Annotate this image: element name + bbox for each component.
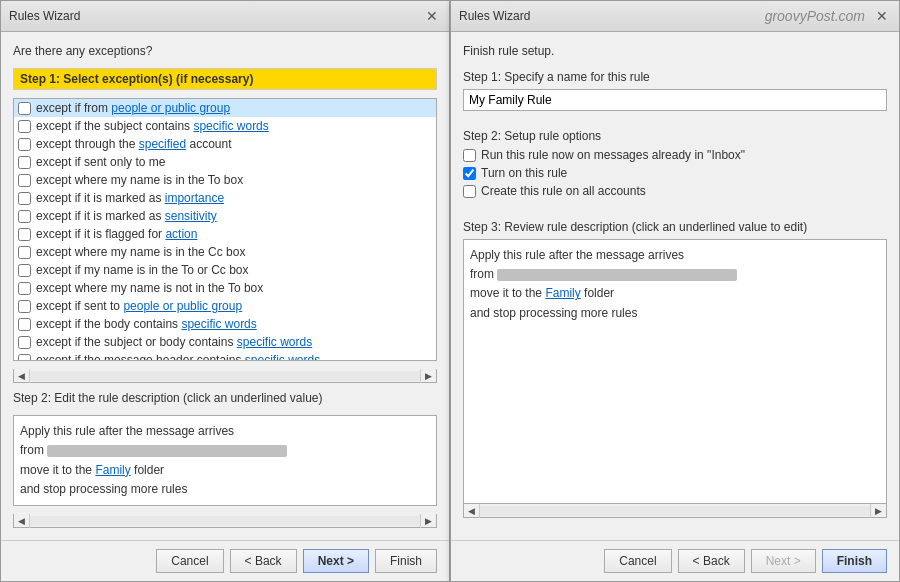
right-step3-label: Step 3: Review rule description (click a… xyxy=(463,220,887,234)
rule-name-input[interactable] xyxy=(463,89,887,111)
exception-list-item[interactable]: except where my name is in the Cc box xyxy=(14,243,436,261)
right-close-button[interactable]: ✕ xyxy=(873,7,891,25)
right-review-scroll-left[interactable]: ◀ xyxy=(464,504,480,518)
right-review-scroll-right[interactable]: ▶ xyxy=(870,504,886,518)
right-dialog-title: Rules Wizard xyxy=(459,9,530,23)
exception-list-item[interactable]: except if my name is in the To or Cc box xyxy=(14,261,436,279)
right-step2-label: Step 2: Setup rule options xyxy=(463,129,887,143)
left-cancel-button[interactable]: Cancel xyxy=(156,549,223,573)
scroll-left-arrow[interactable]: ◀ xyxy=(14,369,30,383)
right-finish-button[interactable]: Finish xyxy=(822,549,887,573)
right-title-bar-right: groovyPost.com ✕ xyxy=(765,7,891,25)
finish-setup-label: Finish rule setup. xyxy=(463,44,887,58)
left-desc-scrollbar[interactable]: ◀ ▶ xyxy=(13,514,437,528)
right-title-bar: Rules Wizard groovyPost.com ✕ xyxy=(451,1,899,32)
left-back-button[interactable]: < Back xyxy=(230,549,297,573)
left-desc-scroll-track xyxy=(30,516,420,526)
right-review-box: Apply this rule after the message arrive… xyxy=(463,239,887,504)
exceptions-scrollbar[interactable]: ◀ ▶ xyxy=(13,369,437,383)
exception-list-item[interactable]: except if from people or public group xyxy=(14,99,436,117)
option3-row: Create this rule on all accounts xyxy=(463,184,887,198)
right-rules-wizard: Rules Wizard groovyPost.com ✕ Finish rul… xyxy=(450,0,900,582)
exception-list-item[interactable]: except if the body contains specific wor… xyxy=(14,315,436,333)
scroll-track xyxy=(30,371,420,381)
left-title-bar: Rules Wizard ✕ xyxy=(1,1,449,32)
right-back-button[interactable]: < Back xyxy=(678,549,745,573)
left-close-button[interactable]: ✕ xyxy=(423,7,441,25)
exception-list-item[interactable]: except if the message header contains sp… xyxy=(14,351,436,361)
right-step1-section: Step 1: Specify a name for this rule xyxy=(463,70,887,111)
exception-list-item[interactable]: except if the subject contains specific … xyxy=(14,117,436,135)
option2-row: Turn on this rule xyxy=(463,166,887,180)
left-step1-header: Step 1: Select exception(s) (if necessar… xyxy=(13,68,437,90)
option3-checkbox[interactable] xyxy=(463,185,476,198)
left-step2-label: Step 2: Edit the rule description (click… xyxy=(13,391,437,405)
exception-list-item[interactable]: except if sent to people or public group xyxy=(14,297,436,315)
option2-checkbox[interactable] xyxy=(463,167,476,180)
right-dialog-content: Finish rule setup. Step 1: Specify a nam… xyxy=(451,32,899,540)
exception-list-item[interactable]: except where my name is not in the To bo… xyxy=(14,279,436,297)
left-question-label: Are there any exceptions? xyxy=(13,44,437,58)
exception-list-item[interactable]: except if it is flagged for action xyxy=(14,225,436,243)
exception-list-item[interactable]: except if sent only to me xyxy=(14,153,436,171)
right-step2-section: Step 2: Setup rule options Run this rule… xyxy=(463,129,887,202)
exception-list-item[interactable]: except if the subject or body contains s… xyxy=(14,333,436,351)
right-review-scroll-track xyxy=(480,506,870,516)
exception-list-item[interactable]: except through the specified account xyxy=(14,135,436,153)
scroll-right-arrow[interactable]: ▶ xyxy=(420,369,436,383)
left-desc-scroll-left[interactable]: ◀ xyxy=(14,514,30,528)
exception-list-item[interactable]: except where my name is in the To box xyxy=(14,171,436,189)
exception-list-item[interactable]: except if it is marked as sensitivity xyxy=(14,207,436,225)
right-review-scrollbar[interactable]: ◀ ▶ xyxy=(463,504,887,518)
left-rules-wizard: Rules Wizard ✕ Are there any exceptions?… xyxy=(0,0,450,582)
left-next-button[interactable]: Next > xyxy=(303,549,369,573)
left-desc-scroll-right[interactable]: ▶ xyxy=(420,514,436,528)
left-dialog-content: Are there any exceptions? Step 1: Select… xyxy=(1,32,449,540)
right-next-button[interactable]: Next > xyxy=(751,549,816,573)
left-rule-desc-box: Apply this rule after the message arrive… xyxy=(13,415,437,506)
groovy-label: groovyPost.com xyxy=(765,8,865,24)
left-dialog-title: Rules Wizard xyxy=(9,9,80,23)
left-footer: Cancel < Back Next > Finish xyxy=(1,540,449,581)
option1-row: Run this rule now on messages already in… xyxy=(463,148,887,162)
option1-checkbox[interactable] xyxy=(463,149,476,162)
right-step1-label: Step 1: Specify a name for this rule xyxy=(463,70,887,84)
option2-label: Turn on this rule xyxy=(481,166,567,180)
right-step3-section: Step 3: Review rule description (click a… xyxy=(463,220,887,518)
option3-label: Create this rule on all accounts xyxy=(481,184,646,198)
exception-list-item[interactable]: except if it is marked as importance xyxy=(14,189,436,207)
right-cancel-button[interactable]: Cancel xyxy=(604,549,671,573)
option1-label: Run this rule now on messages already in… xyxy=(481,148,745,162)
exceptions-list[interactable]: except if from people or public groupexc… xyxy=(13,98,437,361)
left-finish-button[interactable]: Finish xyxy=(375,549,437,573)
right-footer: Cancel < Back Next > Finish xyxy=(451,540,899,581)
